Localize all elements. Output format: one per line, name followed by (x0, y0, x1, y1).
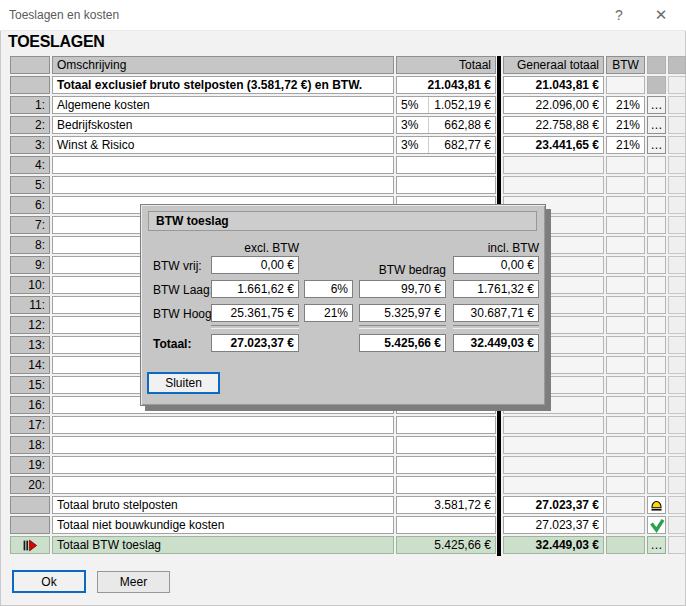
field-btw-hoog-excl[interactable]: 25.361,75 € (211, 304, 299, 322)
totaal-cell[interactable]: 3%662,88 € (396, 116, 496, 134)
title-bar: Toeslagen en kosten ? ✕ (0, 0, 686, 31)
footer-label-cell: Totaal bruto stelposten (52, 496, 394, 514)
row-number-cell: 4: (10, 156, 50, 174)
description-cell[interactable] (52, 176, 394, 194)
more-cell (647, 476, 666, 494)
btw-percentage-cell (606, 236, 645, 254)
header-omschrijving: Omschrijving (52, 56, 394, 74)
meer-button[interactable]: Meer (97, 571, 170, 593)
field-btw-vrij-excl[interactable]: 0,00 € (211, 256, 299, 274)
cut-cell (668, 476, 686, 494)
cut-cell (668, 276, 686, 294)
more-cell (647, 436, 666, 454)
separator (453, 325, 539, 329)
footer-generaal-cell: 27.023,37 € (503, 496, 604, 514)
lamp-icon (649, 498, 664, 513)
cut-cell (668, 456, 686, 474)
totaal-cell[interactable] (396, 176, 496, 194)
more-button[interactable]: … (647, 96, 666, 114)
btw-percentage-cell[interactable]: 21% (606, 136, 645, 154)
row-number-cell: 5: (10, 176, 50, 194)
description-cell[interactable] (52, 476, 394, 494)
btw-percentage-cell (606, 216, 645, 234)
generaal-totaal-cell (503, 156, 604, 174)
cut-cell (668, 536, 686, 554)
percentage-value: 3% (397, 137, 429, 153)
more-button[interactable]: … (647, 136, 666, 154)
more-cell (647, 456, 666, 474)
description-cell[interactable] (52, 436, 394, 454)
totaal-cell[interactable] (396, 436, 496, 454)
field-btw-laag-incl[interactable]: 1.761,32 € (453, 280, 539, 298)
field-totaal-bedrag: 5.425,66 € (359, 334, 446, 352)
indicator-button[interactable] (647, 516, 666, 534)
cut-cell (668, 396, 686, 414)
field-totaal-incl: 32.449,03 € (453, 334, 539, 352)
footer-totaal-cell: 3.581,72 € (396, 496, 496, 514)
totaal-cell[interactable] (396, 476, 496, 494)
help-icon[interactable]: ? (606, 0, 632, 30)
cut-cell (668, 196, 686, 214)
description-cell[interactable] (52, 416, 394, 434)
row-number-cell: 16: (10, 396, 50, 414)
cut-cell (668, 256, 686, 274)
more-button[interactable]: … (647, 536, 666, 554)
btw-percentage-cell (606, 256, 645, 274)
more-cell (647, 176, 666, 194)
generaal-totaal-cell (503, 436, 604, 454)
cut-cell (668, 176, 686, 194)
btw-toeslag-dialog: BTW toeslag excl. BTW incl. BTW BTW vrij… (140, 204, 546, 406)
more-cell (647, 256, 666, 274)
footer-totaal-cell (396, 516, 496, 534)
row-number-cell: 6: (10, 196, 50, 214)
totaal-cell[interactable]: 5%1.052,19 € (396, 96, 496, 114)
row-number-cell: 15: (10, 376, 50, 394)
close-icon[interactable]: ✕ (648, 0, 674, 30)
row-number-cell: 9: (10, 256, 50, 274)
row-number-cell: 2: (10, 116, 50, 134)
field-btw-vrij-incl[interactable]: 0,00 € (453, 256, 539, 274)
header-totaal: Totaal (396, 56, 496, 74)
more-cell (647, 216, 666, 234)
btw-percentage-cell (606, 356, 645, 374)
totaal-cell[interactable] (396, 156, 496, 174)
btw-percentage-cell (606, 436, 645, 454)
ok-button[interactable]: Ok (12, 570, 86, 593)
field-btw-laag-bedrag[interactable]: 99,70 € (359, 280, 446, 298)
row-number-cell (10, 76, 50, 94)
field-btw-hoog-pct[interactable]: 21% (304, 304, 353, 322)
more-button[interactable]: … (647, 116, 666, 134)
description-cell[interactable]: Algemene kosten (52, 96, 394, 114)
totaal-cell[interactable] (396, 416, 496, 434)
description-cell[interactable]: Bedrijfskosten (52, 116, 394, 134)
generaal-totaal-cell (503, 456, 604, 474)
totaal-cell[interactable] (396, 456, 496, 474)
row-number-cell: 18: (10, 436, 50, 454)
field-btw-hoog-incl[interactable]: 30.687,71 € (453, 304, 539, 322)
field-btw-hoog-bedrag[interactable]: 5.325,97 € (359, 304, 446, 322)
totaal-cell[interactable]: 3%682,77 € (396, 136, 496, 154)
btw-percentage-cell[interactable]: 21% (606, 116, 645, 134)
description-cell[interactable] (52, 456, 394, 474)
sluiten-button[interactable]: Sluiten (147, 372, 220, 394)
label-btw-vrij: BTW vrij: (153, 257, 202, 275)
cut-cell (668, 376, 686, 394)
generaal-totaal-cell (503, 176, 604, 194)
description-cell[interactable] (52, 156, 394, 174)
cut-cell (668, 96, 686, 114)
header-btw: BTW (606, 56, 645, 74)
description-cell[interactable]: Winst & Risico (52, 136, 394, 154)
header-cut-column (668, 56, 686, 74)
cut-cell (668, 516, 686, 534)
field-btw-laag-excl[interactable]: 1.661,62 € (211, 280, 299, 298)
separator (211, 325, 299, 329)
col-header-incl-btw: incl. BTW (453, 241, 539, 255)
btw-percentage-cell (606, 296, 645, 314)
footer-generaal-cell: 32.449,03 € (503, 536, 604, 554)
indicator-button[interactable] (647, 496, 666, 514)
field-btw-laag-pct[interactable]: 6% (304, 280, 353, 298)
generaal-totaal-cell: 22.758,88 € (503, 116, 604, 134)
separator (359, 325, 446, 329)
header-generaal-totaal: Generaal totaal (503, 56, 604, 74)
btw-percentage-cell[interactable]: 21% (606, 96, 645, 114)
